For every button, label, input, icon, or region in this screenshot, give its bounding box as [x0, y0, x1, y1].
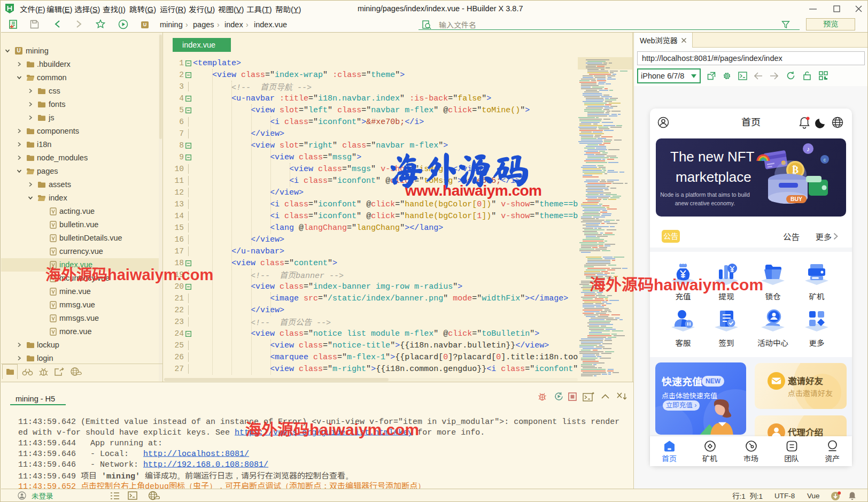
svg-text:♪: ♪: [807, 145, 810, 153]
svg-text:BUY: BUY: [790, 196, 802, 202]
svg-text:c: c: [824, 157, 826, 163]
svg-text:₿: ₿: [792, 165, 799, 175]
